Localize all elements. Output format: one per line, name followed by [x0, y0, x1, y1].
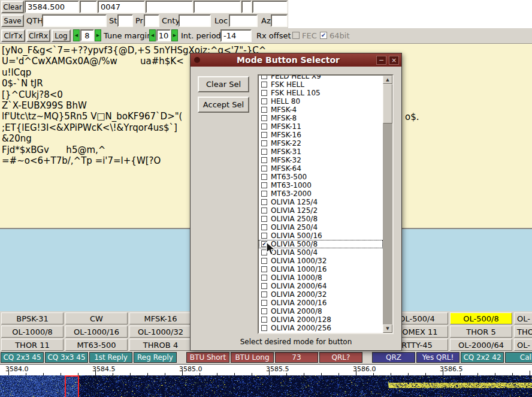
clrtx-button[interactable]: ClrTx — [1, 29, 25, 42]
mode-option-fsk-hell-105[interactable]: FSK HELL 105 — [259, 89, 383, 97]
mode-option-olivia-500-8[interactable]: ✔OLIVIA 500/8 — [259, 240, 383, 248]
unchecked-checkbox[interactable] — [261, 174, 267, 180]
mode-option-mfsk-16[interactable]: MFSK-16 — [259, 131, 383, 139]
mode-option-mfsk-64[interactable]: MFSK-64 — [259, 164, 383, 173]
log-field-e[interactable] — [252, 1, 288, 13]
clear-sel-button[interactable]: Clear Sel — [198, 76, 249, 92]
macro-button-btu-short[interactable]: BTU Short — [186, 352, 229, 363]
mode-option-olivia-2000-16[interactable]: OLIVIA 2000/16 — [259, 299, 383, 307]
int-period-increase-icon[interactable]: ▶ — [171, 29, 178, 41]
mode-option-olivia-1000-16[interactable]: OLIVIA 1000/16 — [259, 265, 383, 273]
qth-input[interactable] — [42, 14, 107, 27]
close-icon[interactable]: × — [389, 56, 399, 65]
macro-button-qrz[interactable]: QRZ — [372, 352, 415, 363]
mode-option-feld-hell-x9[interactable]: FELD HELL X9 — [259, 74, 383, 80]
tune-margin-decrease-icon[interactable]: ◀ — [73, 29, 80, 41]
macro-button-1st-reply[interactable]: 1st Reply — [89, 352, 132, 363]
mode-option-olivia-500-16[interactable]: OLIVIA 500/16 — [259, 231, 383, 240]
unchecked-checkbox[interactable] — [261, 216, 267, 222]
unchecked-checkbox[interactable] — [261, 132, 267, 138]
locator-input[interactable] — [229, 14, 258, 27]
bit64-checkbox[interactable]: ✔ — [320, 32, 327, 39]
unchecked-checkbox[interactable] — [261, 224, 267, 230]
mode-option-olivia-2000-32[interactable]: OLIVIA 2000/32 — [259, 290, 383, 299]
mode-button-ol[interactable]: OL- — [514, 312, 532, 324]
mode-button-thor-5[interactable]: THOR 5 — [450, 326, 512, 338]
tune-margin-value-input[interactable] — [80, 29, 94, 41]
mode-button-throb-4[interactable]: THROB 4 — [129, 339, 192, 351]
unchecked-checkbox[interactable] — [261, 300, 267, 306]
mode-button-ol-1000-8[interactable]: OL-1000/8 — [1, 326, 64, 338]
mode-option-mfsk-11[interactable]: MFSK-11 — [259, 122, 383, 131]
unchecked-checkbox[interactable] — [261, 266, 267, 272]
mode-option-fsk-hell[interactable]: FSK HELL — [259, 80, 383, 89]
mode-button-cw[interactable]: CW — [65, 312, 128, 324]
log-field-c[interactable] — [194, 1, 241, 13]
macro-button-cq-2x3-45[interactable]: CQ 2x3 45 — [1, 352, 44, 363]
unchecked-checkbox[interactable] — [261, 82, 267, 88]
rx-offset-input[interactable] — [220, 29, 252, 42]
unchecked-checkbox[interactable] — [261, 115, 267, 121]
mode-option-olivia-125-2[interactable]: OLIVIA 125/2 — [259, 206, 383, 215]
serial-input[interactable] — [98, 1, 145, 13]
mode-button-ol-500-8[interactable]: OL-500/8 — [450, 312, 512, 324]
mode-option-mfsk-32[interactable]: MFSK-32 — [259, 156, 383, 164]
macro-button-reg-reply[interactable]: Reg Reply — [134, 352, 177, 363]
accept-sel-button[interactable]: Accept Sel — [198, 97, 249, 113]
mode-option-olivia-2000-64[interactable]: OLIVIA 2000/64 — [259, 282, 383, 290]
mode-option-mfsk-31[interactable]: MFSK-31 — [259, 148, 383, 156]
tune-margin-increase-icon[interactable]: ▶ — [95, 29, 101, 41]
mode-button-ol-2000-64[interactable]: OL-2000/64 — [450, 339, 512, 351]
mode-option-olivia-250-4[interactable]: OLIVIA 250/4 — [259, 223, 383, 231]
macro-button-cq-2x2-42[interactable]: CQ 2x2 42 — [461, 352, 504, 363]
unchecked-checkbox[interactable] — [261, 149, 267, 155]
mode-option-mt63-1000[interactable]: MT63-1000 — [259, 181, 383, 190]
mode-option-olivia-1000-32[interactable]: OLIVIA 1000/32 — [259, 257, 383, 265]
log-button[interactable]: Log — [52, 29, 71, 42]
clear-button[interactable]: Clear — [1, 1, 24, 13]
mode-list-scrollbar[interactable]: ▲ ▼ — [383, 76, 392, 333]
clrrx-button[interactable]: ClrRx — [26, 29, 50, 42]
unchecked-checkbox[interactable] — [261, 107, 267, 113]
mode-option-mt63-2000[interactable]: MT63-2000 — [259, 190, 383, 198]
unchecked-checkbox[interactable] — [261, 283, 267, 289]
unchecked-checkbox[interactable] — [261, 182, 267, 188]
fec-checkbox[interactable] — [292, 32, 300, 39]
mode-option-olivia-250-8[interactable]: OLIVIA 250/8 — [259, 215, 383, 223]
macro-button-qrl[interactable]: QRL? — [319, 352, 362, 363]
mode-option-mt63-500[interactable]: MT63-500 — [259, 173, 383, 181]
mode-button-bpsk-31[interactable]: BPSK-31 — [1, 312, 64, 324]
frequency-input[interactable] — [25, 1, 79, 13]
azimuth-input[interactable] — [271, 14, 288, 27]
mode-button-mfsk-16[interactable]: MFSK-16 — [129, 312, 192, 324]
unchecked-checkbox[interactable] — [261, 98, 267, 104]
mode-option-olivia-500-4[interactable]: OLIVIA 500/4 — [259, 248, 383, 257]
scrollbar-thumb[interactable] — [383, 84, 392, 124]
scroll-down-icon[interactable]: ▼ — [383, 324, 392, 333]
mode-button-thor-11[interactable]: THOR 11 — [1, 339, 64, 351]
mode-button-thor[interactable]: THOR — [514, 326, 532, 338]
log-field-a[interactable] — [80, 1, 97, 13]
unchecked-checkbox[interactable] — [261, 308, 267, 314]
mode-button-ol[interactable]: OL- — [514, 339, 532, 351]
unchecked-checkbox[interactable] — [261, 233, 267, 239]
save-button[interactable]: Save — [1, 14, 24, 27]
mode-button-ol-1000-16[interactable]: OL-1000/16 — [65, 326, 128, 338]
macro-button-cq-3x3-45[interactable]: CQ 3x3 45 — [45, 352, 88, 363]
mode-option-olivia-2000-128[interactable]: OLIVIA 2000/128 — [259, 315, 383, 324]
macro-button-yes-qrl[interactable]: Yes QRL! — [416, 352, 460, 363]
unchecked-checkbox[interactable] — [261, 199, 267, 205]
macro-button-btu-long[interactable]: BTU Long — [231, 352, 274, 363]
mode-button-ol-1000-32[interactable]: OL-1000/32 — [129, 326, 192, 338]
minimize-icon[interactable]: ─ — [376, 56, 386, 65]
unchecked-checkbox[interactable] — [261, 191, 267, 197]
int-period-value-input[interactable] — [156, 29, 171, 41]
unchecked-checkbox[interactable] — [261, 140, 267, 146]
macro-button-73[interactable]: 73 — [275, 352, 318, 363]
mode-button-mt63-500[interactable]: MT63-500 — [65, 339, 128, 351]
mode-option-olivia-1000-8[interactable]: OLIVIA 1000/8 — [259, 273, 383, 282]
dialog-titlebar[interactable]: Mode Button Selector ─ × — [191, 53, 401, 67]
scroll-up-icon[interactable]: ▲ — [383, 76, 392, 84]
int-period-decrease-icon[interactable]: ◀ — [149, 29, 156, 41]
window-menu-icon[interactable] — [194, 57, 200, 63]
